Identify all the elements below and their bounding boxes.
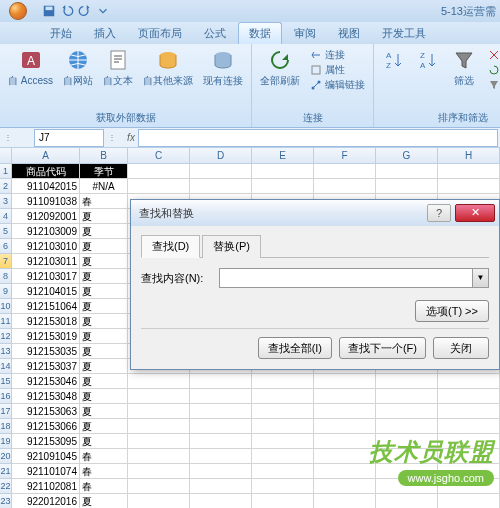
cell[interactable]: 912153066 — [12, 419, 80, 434]
cell[interactable]: 912153046 — [12, 374, 80, 389]
row-header[interactable]: 4 — [0, 209, 12, 224]
cell[interactable] — [252, 164, 314, 179]
cell[interactable]: 夏 — [80, 209, 128, 224]
tab-insert[interactable]: 插入 — [84, 23, 126, 44]
cell[interactable]: 商品代码 — [12, 164, 80, 179]
col-header-E[interactable]: E — [252, 148, 314, 163]
row-header[interactable]: 8 — [0, 269, 12, 284]
cell[interactable] — [190, 419, 252, 434]
tab-pagelayout[interactable]: 页面布局 — [128, 23, 192, 44]
cell[interactable]: 912153035 — [12, 344, 80, 359]
tab-replace[interactable]: 替换(P) — [202, 235, 261, 258]
reapply-item[interactable]: 重新应用 — [488, 63, 500, 77]
cell[interactable] — [314, 479, 376, 494]
cell[interactable]: 921102081 — [12, 479, 80, 494]
cell[interactable]: 912092001 — [12, 209, 80, 224]
cell[interactable] — [252, 179, 314, 194]
formula-input[interactable] — [138, 129, 498, 147]
row-header[interactable]: 5 — [0, 224, 12, 239]
col-header-A[interactable]: A — [12, 148, 80, 163]
cell[interactable] — [252, 404, 314, 419]
cell[interactable]: 912103017 — [12, 269, 80, 284]
cell[interactable] — [128, 419, 190, 434]
advanced-filter-item[interactable]: 高级 — [488, 78, 500, 92]
cell[interactable]: 夏 — [80, 404, 128, 419]
cell[interactable] — [314, 494, 376, 508]
cell[interactable] — [314, 164, 376, 179]
save-icon[interactable] — [42, 4, 56, 18]
cell[interactable] — [128, 179, 190, 194]
cell[interactable]: 912153037 — [12, 359, 80, 374]
cell[interactable] — [314, 434, 376, 449]
redo-icon[interactable] — [78, 4, 92, 18]
row-header[interactable]: 3 — [0, 194, 12, 209]
cell[interactable] — [252, 389, 314, 404]
cell[interactable]: 夏 — [80, 434, 128, 449]
cell[interactable] — [252, 419, 314, 434]
sort-asc-button[interactable]: AZ — [378, 46, 410, 109]
clear-filter-item[interactable]: 清除 — [488, 48, 500, 62]
cell[interactable]: 921101074 — [12, 464, 80, 479]
cell[interactable] — [252, 464, 314, 479]
cell[interactable]: 夏 — [80, 269, 128, 284]
cell[interactable]: 夏 — [80, 239, 128, 254]
tab-developer[interactable]: 开发工具 — [372, 23, 436, 44]
qat-dropdown-icon[interactable] — [96, 4, 110, 18]
cell[interactable]: 春 — [80, 479, 128, 494]
row-header[interactable]: 9 — [0, 284, 12, 299]
row-header[interactable]: 15 — [0, 374, 12, 389]
row-header[interactable]: 6 — [0, 239, 12, 254]
cell[interactable] — [128, 494, 190, 508]
cell[interactable] — [252, 479, 314, 494]
cell[interactable] — [190, 479, 252, 494]
row-header[interactable]: 17 — [0, 404, 12, 419]
options-button[interactable]: 选项(T) >> — [415, 300, 489, 322]
cell[interactable] — [190, 434, 252, 449]
cell[interactable] — [190, 389, 252, 404]
cell[interactable] — [128, 449, 190, 464]
tab-home[interactable]: 开始 — [40, 23, 82, 44]
from-text-button[interactable]: 自文本 — [99, 46, 137, 109]
row-header[interactable]: 18 — [0, 419, 12, 434]
cell[interactable]: 夏 — [80, 389, 128, 404]
dialog-titlebar[interactable]: 查找和替换 ? ✕ — [131, 200, 499, 226]
row-header[interactable]: 14 — [0, 359, 12, 374]
cell[interactable]: 912104015 — [12, 284, 80, 299]
cell[interactable] — [128, 479, 190, 494]
cell[interactable] — [376, 179, 438, 194]
col-header-G[interactable]: G — [376, 148, 438, 163]
cell[interactable] — [376, 374, 438, 389]
cell[interactable] — [314, 464, 376, 479]
cell[interactable]: 夏 — [80, 284, 128, 299]
refresh-all-button[interactable]: 全部刷新 — [256, 46, 304, 109]
row-header[interactable]: 7 — [0, 254, 12, 269]
from-web-button[interactable]: 自网站 — [59, 46, 97, 109]
cell[interactable] — [376, 389, 438, 404]
sort-desc-button[interactable]: ZA — [412, 46, 444, 109]
cell[interactable]: 921091045 — [12, 449, 80, 464]
row-header[interactable]: 22 — [0, 479, 12, 494]
close-button[interactable]: 关闭 — [433, 337, 489, 359]
cell[interactable] — [438, 419, 500, 434]
cell[interactable] — [128, 404, 190, 419]
cell[interactable] — [314, 404, 376, 419]
undo-icon[interactable] — [60, 4, 74, 18]
cell[interactable] — [314, 449, 376, 464]
cell[interactable] — [314, 389, 376, 404]
cell[interactable]: 912153019 — [12, 329, 80, 344]
cell[interactable]: 912103011 — [12, 254, 80, 269]
row-header[interactable]: 23 — [0, 494, 12, 508]
cell[interactable] — [438, 164, 500, 179]
name-box[interactable]: J7 — [34, 129, 104, 147]
row-header[interactable]: 13 — [0, 344, 12, 359]
connections-item[interactable]: 连接 — [310, 48, 365, 62]
tab-review[interactable]: 审阅 — [284, 23, 326, 44]
tab-data[interactable]: 数据 — [238, 22, 282, 44]
row-header[interactable]: 20 — [0, 449, 12, 464]
cell[interactable] — [190, 464, 252, 479]
cell[interactable]: 912151064 — [12, 299, 80, 314]
find-next-button[interactable]: 查找下一个(F) — [339, 337, 426, 359]
cell[interactable]: 911091038 — [12, 194, 80, 209]
row-header[interactable]: 11 — [0, 314, 12, 329]
edit-links-item[interactable]: 编辑链接 — [310, 78, 365, 92]
